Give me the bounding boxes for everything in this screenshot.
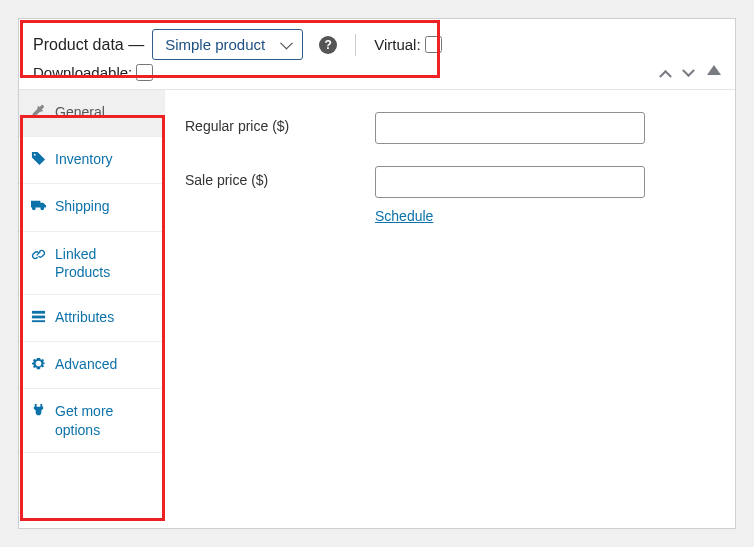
tab-advanced[interactable]: Advanced xyxy=(19,342,164,389)
schedule-link[interactable]: Schedule xyxy=(375,208,433,224)
help-icon[interactable]: ? xyxy=(319,36,337,54)
tab-shipping[interactable]: Shipping xyxy=(19,184,164,231)
chevron-up-icon xyxy=(659,70,672,83)
gear-icon xyxy=(31,356,47,375)
sale-price-row: Sale price ($) Schedule xyxy=(185,166,715,224)
virtual-label-text: Virtual: xyxy=(374,36,420,53)
virtual-checkbox[interactable] xyxy=(425,36,442,53)
product-type-select[interactable]: Simple product xyxy=(152,29,303,60)
tab-label: Inventory xyxy=(55,150,113,168)
truck-icon xyxy=(31,198,47,217)
tab-attributes[interactable]: Attributes xyxy=(19,295,164,342)
tab-label: Get more options xyxy=(55,402,152,438)
triangle-up-icon xyxy=(707,65,721,75)
product-tabs-sidebar: General Inventory Shipping Linked Produc… xyxy=(19,90,165,506)
tab-label: Advanced xyxy=(55,355,117,373)
tab-label: General xyxy=(55,103,105,121)
tab-general[interactable]: General xyxy=(19,90,164,137)
wrench-icon xyxy=(31,104,47,123)
list-icon xyxy=(31,309,47,328)
virtual-checkbox-label[interactable]: Virtual: xyxy=(374,36,441,53)
svg-rect-0 xyxy=(32,311,45,314)
tag-icon xyxy=(31,151,47,170)
sale-price-label: Sale price ($) xyxy=(185,166,375,188)
svg-rect-1 xyxy=(32,316,45,319)
move-down-button[interactable] xyxy=(684,65,693,81)
svg-rect-2 xyxy=(32,320,45,322)
tab-content-general: Regular price ($) Sale price ($) Schedul… xyxy=(165,90,735,506)
plug-icon xyxy=(31,403,47,422)
panel-title: Product data — xyxy=(33,36,144,54)
link-icon xyxy=(31,246,47,265)
regular-price-label: Regular price ($) xyxy=(185,112,375,134)
downloadable-checkbox[interactable] xyxy=(136,64,153,81)
tab-label: Linked Products xyxy=(55,245,152,281)
regular-price-row: Regular price ($) xyxy=(185,112,715,144)
tab-linked-products[interactable]: Linked Products xyxy=(19,232,164,295)
downloadable-checkbox-label[interactable]: Downloadable: xyxy=(33,64,153,81)
panel-body: General Inventory Shipping Linked Produc… xyxy=(19,89,735,506)
sale-price-input[interactable] xyxy=(375,166,645,198)
product-data-panel: Product data — Simple product ? Virtual:… xyxy=(18,18,736,529)
tab-get-more-options[interactable]: Get more options xyxy=(19,389,164,452)
panel-controls xyxy=(661,65,721,81)
tab-label: Shipping xyxy=(55,197,110,215)
panel-header: Product data — Simple product ? Virtual: xyxy=(19,19,735,62)
tab-inventory[interactable]: Inventory xyxy=(19,137,164,184)
chevron-down-icon xyxy=(682,64,695,77)
collapse-button[interactable] xyxy=(707,65,721,81)
divider xyxy=(355,34,356,56)
regular-price-input[interactable] xyxy=(375,112,645,144)
downloadable-label-text: Downloadable: xyxy=(33,64,132,81)
tab-label: Attributes xyxy=(55,308,114,326)
move-up-button[interactable] xyxy=(661,65,670,81)
